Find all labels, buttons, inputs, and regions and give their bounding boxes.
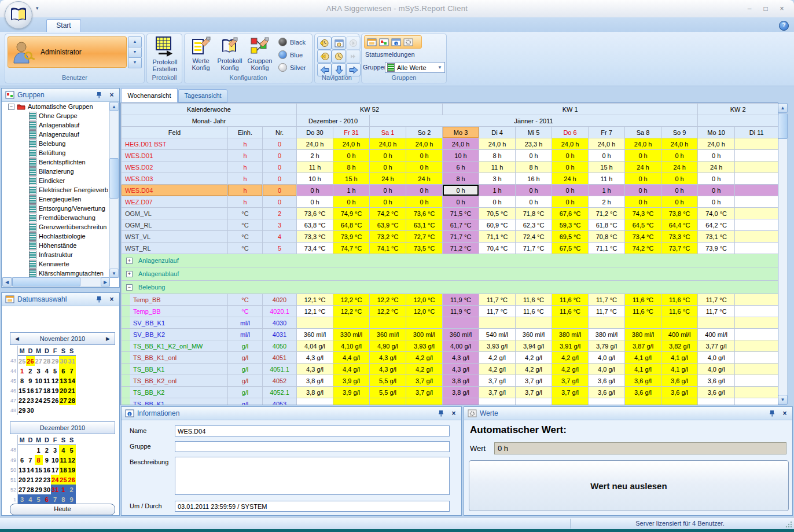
calendar-day[interactable]: 28 (68, 395, 76, 405)
theme-option-blue[interactable]: Blue (278, 50, 303, 59)
grid-cell[interactable]: 24,0 h (333, 138, 370, 150)
grid-cell[interactable]: 74,3 °C (625, 208, 661, 219)
grid-cell[interactable] (735, 364, 778, 375)
grid-cell[interactable]: 24,0 h (661, 138, 698, 150)
next-month-icon[interactable]: ▶ (106, 336, 110, 342)
grid-cell[interactable]: 400 ml/l (698, 329, 735, 340)
statusmeldungen-link[interactable]: Statusmeldungen (365, 51, 415, 58)
grid-cell[interactable]: 72,4 °C (516, 231, 552, 243)
grid-cell[interactable]: 3,93 g/l (479, 340, 516, 352)
grid-cell[interactable]: 4,0 g/l (698, 352, 735, 364)
tree-item[interactable]: Höhenstände (2, 241, 108, 250)
grid-cell[interactable] (735, 196, 778, 208)
nav-previous-period-button[interactable] (317, 36, 332, 50)
grid-cell[interactable]: 11,6 °C (661, 294, 698, 306)
calendar-day[interactable]: 4 (59, 445, 67, 456)
grid-cell[interactable]: 4,3 g/l (443, 364, 479, 375)
day-column-header[interactable]: Do 6 (552, 127, 589, 138)
day-column-header[interactable]: Di 11 (735, 127, 778, 138)
calendar-day[interactable]: 30 (26, 405, 34, 415)
row-label[interactable]: Temp_BB (122, 306, 228, 317)
close-button[interactable]: × (774, 4, 789, 14)
grid-cell[interactable]: 0 h (370, 185, 406, 196)
row-label[interactable]: WES.D01 (122, 150, 228, 162)
field-input[interactable] (175, 501, 450, 512)
grid-cell[interactable]: 12,0 °C (406, 294, 443, 306)
theme-option-silver[interactable]: Silver (278, 63, 306, 72)
grid-cell[interactable]: 11 h (589, 173, 625, 185)
grid-cell[interactable]: 64,2 °C (698, 219, 735, 231)
tree-item[interactable]: Bilanzierung (2, 167, 108, 176)
grid-cell[interactable]: 3,87 g/l (625, 340, 661, 352)
calendar-day[interactable]: 9 (68, 494, 76, 504)
grid-cell[interactable]: 11 h (479, 162, 516, 173)
grid-cell[interactable]: 61,8 °C (589, 219, 625, 231)
tree-scroll-down[interactable]: ▼ (109, 269, 119, 278)
grid-cell[interactable]: 60,9 °C (479, 219, 516, 231)
calendar-day[interactable]: 16 (26, 386, 34, 395)
grid-cell[interactable] (333, 317, 370, 329)
grid-cell[interactable]: 23,3 h (516, 138, 552, 150)
grid-cell[interactable]: 4,2 g/l (406, 364, 443, 375)
calendar-day[interactable]: 30 (43, 485, 51, 494)
grid-cell[interactable]: 3,6 g/l (589, 375, 625, 387)
grid-cell[interactable]: 0 h (406, 162, 443, 173)
grid-cell[interactable] (661, 398, 698, 406)
tree-item[interactable]: Anlagenablauf (2, 120, 108, 130)
group-row[interactable]: +Anlagenzulauf (122, 254, 778, 267)
grid-cell[interactable]: 59,3 °C (552, 219, 589, 231)
day-column-header[interactable]: Feld (122, 127, 228, 138)
gruppen-konfig-button[interactable]: Gruppen Konfig (246, 36, 274, 71)
row-label[interactable]: Temp_BB (122, 294, 228, 306)
grid-cell[interactable] (735, 185, 778, 196)
grid-cell[interactable]: 24,0 h (625, 138, 661, 150)
grid-cell[interactable]: 3,6 g/l (698, 387, 735, 398)
calendar-day[interactable]: 1 (59, 485, 67, 494)
grid-cell[interactable]: 11,7 °C (589, 306, 625, 317)
beschreibung-field[interactable] (175, 457, 450, 495)
tree-item[interactable]: Grenzwertüberschreitun (2, 222, 108, 232)
grid-cell[interactable]: 73,2 °C (370, 231, 406, 243)
calendar-day[interactable]: 6 (18, 455, 27, 465)
calendar-day[interactable]: 20 (59, 386, 67, 395)
grid-cell[interactable]: 12,2 °C (333, 306, 370, 317)
grid-cell[interactable]: 10 h (297, 173, 333, 185)
grid-vscroll-thumb[interactable] (778, 113, 788, 139)
grid-cell[interactable]: 0 h (370, 162, 406, 173)
grid-cell[interactable]: 0 h (661, 196, 698, 208)
row-label[interactable]: TS_BB_K1_K2_onl_MW (122, 340, 228, 352)
grid-cell[interactable]: 400 ml/l (661, 329, 698, 340)
calendar-day[interactable]: 29 (35, 485, 43, 494)
tree-item[interactable]: Kennwerte (2, 259, 108, 269)
calendar-day[interactable]: 21 (26, 475, 34, 485)
grid-cell[interactable]: 360 ml/l (370, 329, 406, 340)
grid-cell[interactable] (625, 317, 661, 329)
grid-cell[interactable]: 330 ml/l (333, 329, 370, 340)
grid-cell[interactable]: 1 h (589, 185, 625, 196)
calendar-day[interactable]: 11 (43, 376, 51, 386)
grid-cell[interactable]: 3,8 g/l (443, 387, 479, 398)
grid-cell[interactable]: 24,0 h (406, 138, 443, 150)
grid-cell[interactable]: 4,2 g/l (516, 364, 552, 375)
calendar-day[interactable]: 23 (43, 475, 51, 485)
grid-cell[interactable]: 11,6 °C (625, 294, 661, 306)
grid-cell[interactable]: 12,1 °C (297, 294, 333, 306)
grid-cell[interactable]: 74,2 °C (370, 208, 406, 219)
grid-cell[interactable] (735, 231, 778, 243)
calendar-day[interactable]: 10 (35, 376, 43, 386)
calendar-day[interactable]: 25 (59, 475, 67, 485)
application-button[interactable] (5, 1, 32, 29)
grid-cell[interactable]: 3,9 g/l (333, 387, 370, 398)
expand-icon[interactable]: + (126, 258, 133, 264)
calendar-day[interactable]: 27 (59, 395, 67, 405)
grid-cell[interactable]: 72,7 °C (406, 231, 443, 243)
grid-cell[interactable]: 73,7 °C (661, 243, 698, 254)
grid-cell[interactable]: 3,7 g/l (406, 387, 443, 398)
day-column-header[interactable]: Di 4 (479, 127, 516, 138)
calendar-day[interactable]: 18 (59, 465, 67, 475)
grid-cell[interactable]: 73,9 °C (698, 243, 735, 254)
grid-cell[interactable]: 4,2 g/l (552, 352, 589, 364)
grid-cell[interactable]: 73,5 °C (406, 243, 443, 254)
grid-cell[interactable]: 3,7 g/l (479, 375, 516, 387)
grid-cell[interactable]: 12,1 °C (297, 306, 333, 317)
